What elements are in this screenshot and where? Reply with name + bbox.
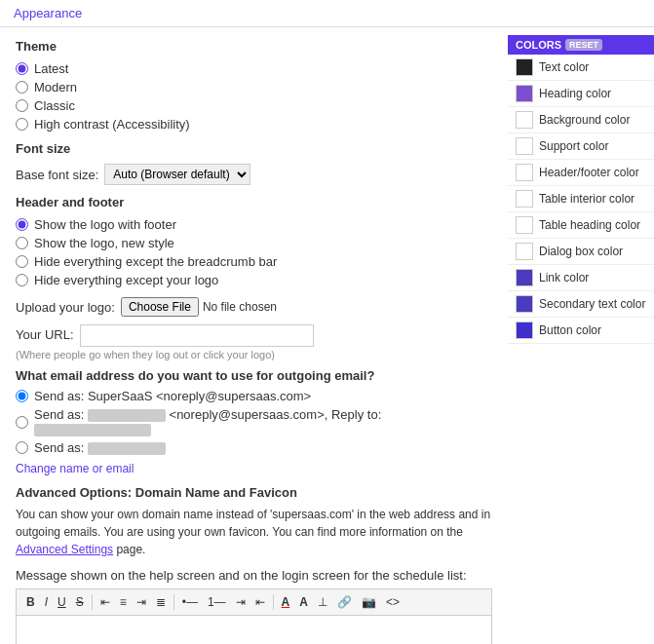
url-row: Your URL: (Where people go when they log… [16, 324, 492, 360]
color-secondary-text[interactable]: Secondary text color [508, 291, 654, 318]
theme-latest-radio[interactable] [16, 62, 28, 75]
color-header-footer[interactable]: Header/footer color [508, 160, 654, 186]
email-supersaas-radio[interactable] [16, 390, 28, 402]
ol-button[interactable]: 1— [204, 593, 230, 611]
outdent-button[interactable]: ⇤ [251, 593, 269, 611]
hf-logo-new-label: Show the logo, new style [34, 236, 174, 250]
theme-hc-label: High contrast (Accessibility) [34, 117, 190, 132]
hf-color-swatch [516, 164, 533, 181]
hf-hide-except-logo[interactable]: Hide everything except your logo [16, 273, 492, 287]
content-area: Theme Latest Modern Classic High contras… [0, 27, 654, 644]
theme-radio-group: Latest Modern Classic High contrast (Acc… [16, 61, 492, 132]
theme-modern-radio[interactable] [16, 81, 28, 94]
color-heading[interactable]: Heading color [508, 81, 654, 107]
theme-classic-radio[interactable] [16, 99, 28, 112]
font-size-select[interactable]: Auto (Browser default) Small Medium Larg… [104, 164, 250, 185]
bg-color-button[interactable]: A [295, 593, 312, 611]
table-interior-label: Table interior color [539, 192, 635, 206]
logo-file-input[interactable] [121, 297, 342, 317]
header-footer-title: Header and footer [16, 195, 492, 209]
theme-latest-label: Latest [34, 61, 68, 76]
italic-button[interactable]: I [41, 593, 52, 611]
hf-logo-footer-radio[interactable] [16, 218, 28, 231]
align-right-button[interactable]: ⇥ [133, 593, 150, 611]
secondary-text-swatch [516, 295, 533, 313]
strikethrough-button[interactable]: S [72, 593, 88, 611]
hf-logo-new-radio[interactable] [16, 237, 28, 249]
theme-classic-label: Classic [34, 98, 75, 113]
clear-format-button[interactable]: ⊥ [314, 593, 331, 611]
bg-color-swatch [516, 111, 533, 129]
hf-hide-breadcrumb-radio[interactable] [16, 255, 28, 268]
color-table-heading[interactable]: Table heading color [508, 212, 654, 239]
button-color-swatch [516, 322, 533, 339]
email-supersaas[interactable]: Send as: SuperSaaS <noreply@supersaas.co… [16, 389, 492, 403]
advanced-body: You can show your own domain name instea… [16, 508, 490, 539]
hf-logo-footer-label: Show the logo with footer [34, 217, 176, 232]
header-footer-radio-group: Show the logo with footer Show the logo,… [16, 217, 492, 287]
url-input[interactable] [80, 324, 314, 347]
font-color-button[interactable]: A [278, 593, 294, 611]
heading-color-label: Heading color [539, 87, 611, 100]
breadcrumb-link[interactable]: Appearance [14, 6, 82, 20]
font-size-title: Font size [16, 141, 492, 156]
align-center-button[interactable]: ≡ [116, 593, 131, 611]
email-custom-reply-radio[interactable] [16, 416, 28, 429]
toolbar-sep-1 [92, 594, 93, 610]
color-text[interactable]: Text color [508, 55, 654, 81]
url-label: Your URL: [16, 327, 74, 342]
theme-hc-radio[interactable] [16, 118, 28, 131]
email-custom-send-radio[interactable] [16, 441, 28, 454]
help-message-editor[interactable] [16, 615, 492, 644]
color-dialog[interactable]: Dialog box color [508, 239, 654, 265]
hf-hide-breadcrumb[interactable]: Hide everything except the breadcrumb ba… [16, 254, 492, 269]
hf-logo-footer[interactable]: Show the logo with footer [16, 217, 492, 232]
link-button[interactable]: 🔗 [333, 593, 356, 611]
hf-hide-except-logo-radio[interactable] [16, 274, 28, 286]
email-custom-send[interactable]: Send as: [16, 440, 492, 455]
color-background[interactable]: Background color [508, 107, 654, 133]
email-custom-reply[interactable]: Send as: <noreply@supersaas.com>, Reply … [16, 407, 492, 436]
url-hint: (Where people go when they log out or cl… [16, 349, 492, 360]
change-email-link[interactable]: Change name or email [16, 462, 134, 475]
main-content: Theme Latest Modern Classic High contras… [0, 27, 508, 644]
dialog-color-swatch [516, 243, 533, 260]
color-link[interactable]: Link color [508, 265, 654, 291]
support-color-label: Support color [539, 139, 608, 153]
email-custom-send-label: Send as: [34, 440, 166, 455]
align-left-button[interactable]: ⇤ [96, 593, 114, 611]
indent-button[interactable]: ⇥ [232, 593, 250, 611]
top-bar: Appearance [0, 0, 654, 27]
theme-latest[interactable]: Latest [16, 61, 492, 76]
source-button[interactable]: <> [382, 593, 404, 611]
support-color-swatch [516, 137, 533, 155]
justify-button[interactable]: ≣ [152, 593, 170, 611]
theme-modern[interactable]: Modern [16, 80, 492, 95]
font-size-label: Base font size: [16, 168, 98, 182]
advanced-settings-link[interactable]: Advanced Settings [16, 543, 113, 556]
advanced-text: You can show your own domain name instea… [16, 506, 492, 558]
colors-header: COLORS RESET [508, 35, 654, 55]
theme-high-contrast[interactable]: High contrast (Accessibility) [16, 117, 492, 132]
theme-title: Theme [16, 39, 492, 54]
color-button[interactable]: Button color [508, 318, 654, 344]
page-wrapper: Appearance Theme Latest Modern Classic [0, 0, 654, 644]
advanced-body-end: page. [113, 543, 145, 556]
hf-color-label: Header/footer color [539, 166, 639, 179]
hf-hide-except-logo-label: Hide everything except your logo [34, 273, 218, 287]
dialog-color-label: Dialog box color [539, 245, 623, 258]
ul-button[interactable]: •— [178, 593, 202, 611]
link-color-label: Link color [539, 271, 589, 284]
theme-classic[interactable]: Classic [16, 98, 492, 113]
font-size-row: Base font size: Auto (Browser default) S… [16, 164, 492, 185]
table-heading-swatch [516, 216, 533, 234]
reset-badge[interactable]: RESET [565, 39, 602, 51]
button-color-label: Button color [539, 323, 601, 337]
hf-logo-new[interactable]: Show the logo, new style [16, 236, 492, 250]
bold-button[interactable]: B [22, 593, 39, 611]
blurred-email-2 [34, 424, 151, 436]
image-button[interactable]: 📷 [358, 593, 380, 611]
underline-button[interactable]: U [54, 593, 70, 611]
color-table-interior[interactable]: Table interior color [508, 186, 654, 212]
color-support[interactable]: Support color [508, 133, 654, 160]
